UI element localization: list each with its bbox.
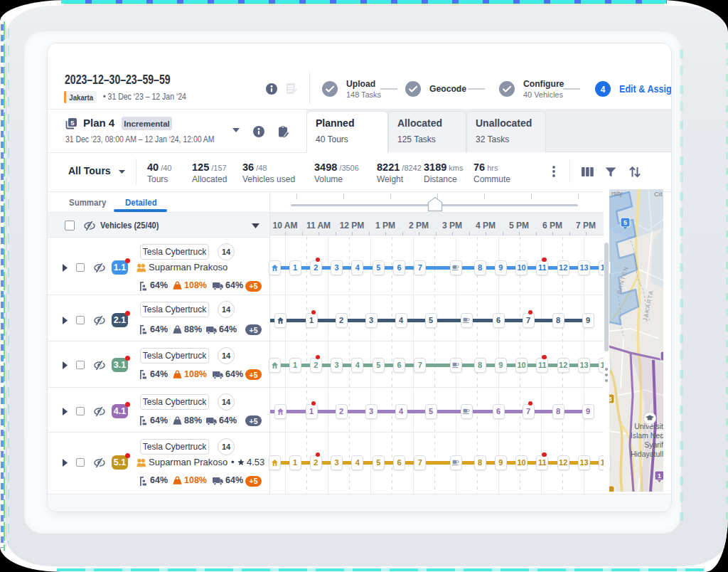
svg-text:Islam Neɛ: Islam Neɛ <box>631 431 663 440</box>
svg-text:rsity: rsity <box>611 190 623 197</box>
svg-text:Hidayatull: Hidayatull <box>631 450 663 458</box>
svg-text:4: 4 <box>601 85 606 95</box>
svg-text:Syarif: Syarif <box>644 440 663 449</box>
svg-text:1: 1 <box>658 472 661 480</box>
svg-text:Cit: Cit <box>654 190 663 198</box>
svg-text:5: 5 <box>70 119 75 127</box>
svg-text:5: 5 <box>623 219 627 226</box>
svg-text:8: 8 <box>609 396 612 403</box>
